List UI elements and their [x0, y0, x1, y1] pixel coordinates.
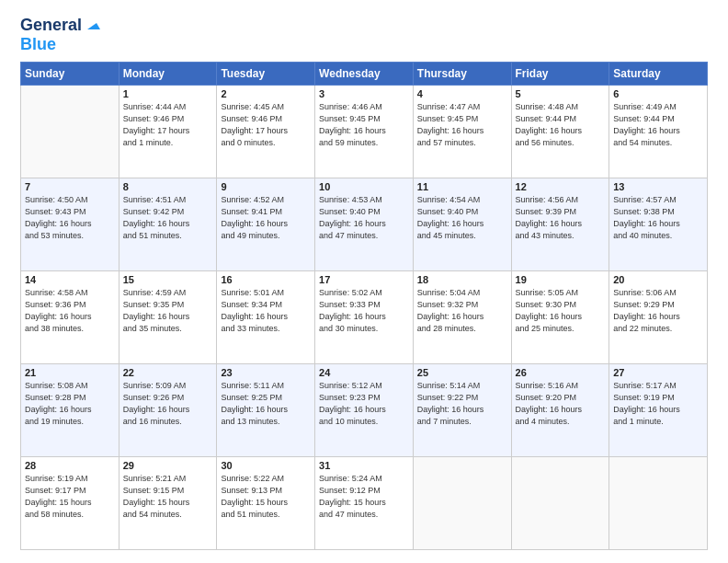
calendar-cell: 8Sunrise: 4:51 AM Sunset: 9:42 PM Daylig…: [119, 178, 217, 270]
calendar-cell: 16Sunrise: 5:01 AM Sunset: 9:34 PM Dayli…: [217, 270, 315, 363]
day-info: Sunrise: 5:14 AM Sunset: 9:22 PM Dayligh…: [417, 380, 507, 428]
day-info: Sunrise: 5:22 AM Sunset: 9:13 PM Dayligh…: [221, 473, 311, 521]
calendar-cell: 7Sunrise: 4:50 AM Sunset: 9:43 PM Daylig…: [21, 178, 119, 270]
day-info: Sunrise: 4:58 AM Sunset: 9:36 PM Dayligh…: [25, 287, 115, 335]
calendar-cell: 9Sunrise: 4:52 AM Sunset: 9:41 PM Daylig…: [217, 178, 315, 270]
calendar-cell: [609, 456, 708, 549]
day-number: 14: [25, 274, 115, 285]
day-number: 25: [417, 367, 507, 378]
day-info: Sunrise: 5:17 AM Sunset: 9:19 PM Dayligh…: [613, 380, 703, 428]
day-number: 7: [25, 181, 115, 192]
weekday-header-friday: Friday: [511, 62, 609, 85]
calendar-cell: 13Sunrise: 4:57 AM Sunset: 9:38 PM Dayli…: [609, 178, 708, 270]
calendar-cell: 26Sunrise: 5:16 AM Sunset: 9:20 PM Dayli…: [511, 363, 609, 456]
logo: General Blue: [20, 17, 100, 54]
day-info: Sunrise: 4:44 AM Sunset: 9:46 PM Dayligh…: [123, 101, 213, 149]
day-info: Sunrise: 5:09 AM Sunset: 9:26 PM Dayligh…: [123, 380, 213, 428]
day-number: 1: [123, 88, 213, 99]
calendar-cell: 30Sunrise: 5:22 AM Sunset: 9:13 PM Dayli…: [217, 456, 315, 549]
day-info: Sunrise: 4:51 AM Sunset: 9:42 PM Dayligh…: [123, 194, 213, 242]
calendar-cell: 5Sunrise: 4:48 AM Sunset: 9:44 PM Daylig…: [511, 85, 609, 178]
calendar-cell: 24Sunrise: 5:12 AM Sunset: 9:23 PM Dayli…: [315, 363, 414, 456]
day-number: 5: [516, 88, 606, 99]
calendar-cell: 12Sunrise: 4:56 AM Sunset: 9:39 PM Dayli…: [511, 178, 609, 270]
calendar-cell: 2Sunrise: 4:45 AM Sunset: 9:46 PM Daylig…: [217, 85, 315, 178]
day-number: 11: [417, 181, 507, 192]
day-number: 26: [516, 367, 606, 378]
calendar-cell: [511, 456, 609, 549]
day-number: 16: [221, 274, 311, 285]
day-info: Sunrise: 5:05 AM Sunset: 9:30 PM Dayligh…: [516, 287, 606, 335]
page: General Blue SundayMondayTuesdayWednesda…: [0, 0, 728, 563]
calendar-cell: [413, 456, 511, 549]
day-number: 8: [123, 181, 213, 192]
day-number: 31: [319, 460, 409, 471]
svg-marker-0: [87, 23, 100, 29]
day-info: Sunrise: 4:50 AM Sunset: 9:43 PM Dayligh…: [25, 194, 115, 242]
calendar-cell: 20Sunrise: 5:06 AM Sunset: 9:29 PM Dayli…: [609, 270, 708, 363]
day-number: 10: [319, 181, 409, 192]
day-info: Sunrise: 5:04 AM Sunset: 9:32 PM Dayligh…: [417, 287, 507, 335]
day-number: 21: [25, 367, 115, 378]
day-info: Sunrise: 5:12 AM Sunset: 9:23 PM Dayligh…: [319, 380, 409, 428]
day-info: Sunrise: 5:01 AM Sunset: 9:34 PM Dayligh…: [221, 287, 311, 335]
logo-line1: General: [20, 17, 100, 35]
day-info: Sunrise: 5:11 AM Sunset: 9:25 PM Dayligh…: [221, 380, 311, 428]
day-number: 9: [221, 181, 311, 192]
day-info: Sunrise: 5:24 AM Sunset: 9:12 PM Dayligh…: [319, 473, 409, 521]
day-number: 19: [516, 274, 606, 285]
calendar-cell: 6Sunrise: 4:49 AM Sunset: 9:44 PM Daylig…: [609, 85, 708, 178]
day-number: 6: [613, 88, 703, 99]
day-number: 27: [613, 367, 703, 378]
day-number: 30: [221, 460, 311, 471]
weekday-header-monday: Monday: [119, 62, 217, 85]
day-number: 29: [123, 460, 213, 471]
header: General Blue: [20, 17, 708, 54]
day-number: 3: [319, 88, 409, 99]
weekday-header-tuesday: Tuesday: [217, 62, 315, 85]
day-number: 18: [417, 274, 507, 285]
weekday-header-thursday: Thursday: [413, 62, 511, 85]
calendar-cell: 25Sunrise: 5:14 AM Sunset: 9:22 PM Dayli…: [413, 363, 511, 456]
day-number: 13: [613, 181, 703, 192]
day-info: Sunrise: 4:57 AM Sunset: 9:38 PM Dayligh…: [613, 194, 703, 242]
logo-line2: Blue: [20, 35, 56, 54]
day-number: 12: [516, 181, 606, 192]
day-number: 17: [319, 274, 409, 285]
day-info: Sunrise: 5:06 AM Sunset: 9:29 PM Dayligh…: [613, 287, 703, 335]
calendar-cell: 27Sunrise: 5:17 AM Sunset: 9:19 PM Dayli…: [609, 363, 708, 456]
day-number: 28: [25, 460, 115, 471]
calendar-cell: 31Sunrise: 5:24 AM Sunset: 9:12 PM Dayli…: [315, 456, 414, 549]
calendar-week-row: 28Sunrise: 5:19 AM Sunset: 9:17 PM Dayli…: [21, 456, 708, 549]
day-number: 20: [613, 274, 703, 285]
day-info: Sunrise: 4:52 AM Sunset: 9:41 PM Dayligh…: [221, 194, 311, 242]
calendar-cell: 19Sunrise: 5:05 AM Sunset: 9:30 PM Dayli…: [511, 270, 609, 363]
calendar-cell: 28Sunrise: 5:19 AM Sunset: 9:17 PM Dayli…: [21, 456, 119, 549]
calendar-cell: 3Sunrise: 4:46 AM Sunset: 9:45 PM Daylig…: [315, 85, 414, 178]
calendar-cell: [21, 85, 119, 178]
calendar-table: SundayMondayTuesdayWednesdayThursdayFrid…: [20, 62, 708, 550]
day-info: Sunrise: 4:56 AM Sunset: 9:39 PM Dayligh…: [516, 194, 606, 242]
weekday-header-wednesday: Wednesday: [315, 62, 414, 85]
day-info: Sunrise: 5:08 AM Sunset: 9:28 PM Dayligh…: [25, 380, 115, 428]
day-info: Sunrise: 5:19 AM Sunset: 9:17 PM Dayligh…: [25, 473, 115, 521]
calendar-cell: 18Sunrise: 5:04 AM Sunset: 9:32 PM Dayli…: [413, 270, 511, 363]
calendar-cell: 23Sunrise: 5:11 AM Sunset: 9:25 PM Dayli…: [217, 363, 315, 456]
calendar-cell: 15Sunrise: 4:59 AM Sunset: 9:35 PM Dayli…: [119, 270, 217, 363]
day-info: Sunrise: 4:47 AM Sunset: 9:45 PM Dayligh…: [417, 101, 507, 149]
day-info: Sunrise: 4:45 AM Sunset: 9:46 PM Dayligh…: [221, 101, 311, 149]
calendar-cell: 22Sunrise: 5:09 AM Sunset: 9:26 PM Dayli…: [119, 363, 217, 456]
weekday-header-saturday: Saturday: [609, 62, 708, 85]
day-info: Sunrise: 4:53 AM Sunset: 9:40 PM Dayligh…: [319, 194, 409, 242]
calendar-cell: 17Sunrise: 5:02 AM Sunset: 9:33 PM Dayli…: [315, 270, 414, 363]
calendar-week-row: 21Sunrise: 5:08 AM Sunset: 9:28 PM Dayli…: [21, 363, 708, 456]
day-info: Sunrise: 4:48 AM Sunset: 9:44 PM Dayligh…: [516, 101, 606, 149]
logo-bird-icon: [84, 17, 100, 33]
day-info: Sunrise: 5:21 AM Sunset: 9:15 PM Dayligh…: [123, 473, 213, 521]
calendar-header-row: SundayMondayTuesdayWednesdayThursdayFrid…: [21, 62, 708, 85]
day-number: 15: [123, 274, 213, 285]
day-info: Sunrise: 5:02 AM Sunset: 9:33 PM Dayligh…: [319, 287, 409, 335]
day-number: 4: [417, 88, 507, 99]
calendar-week-row: 14Sunrise: 4:58 AM Sunset: 9:36 PM Dayli…: [21, 270, 708, 363]
calendar-cell: 14Sunrise: 4:58 AM Sunset: 9:36 PM Dayli…: [21, 270, 119, 363]
